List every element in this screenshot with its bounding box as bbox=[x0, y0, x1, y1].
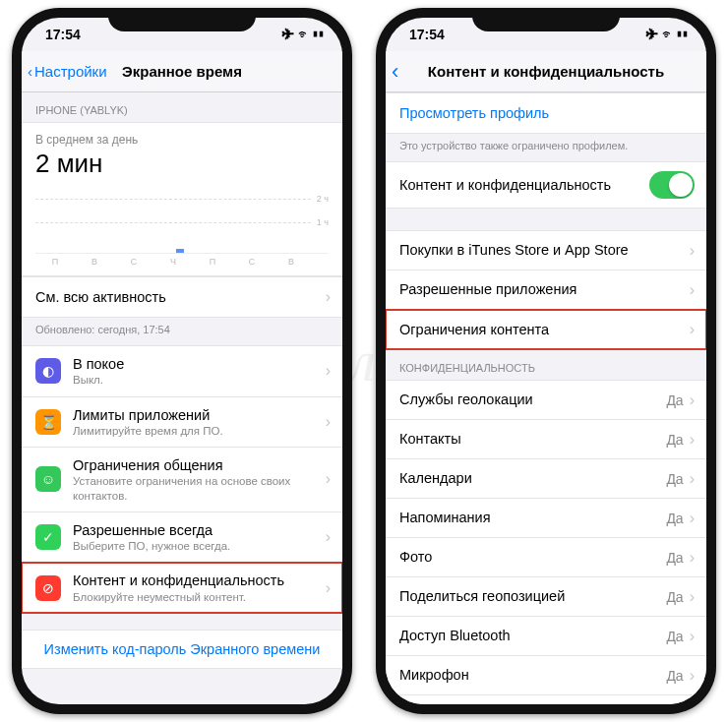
allowed-apps-row[interactable]: Разрешенные приложения › bbox=[386, 271, 706, 310]
chart-days: П В С Ч П С В bbox=[35, 257, 311, 267]
page-title: Экранное время bbox=[122, 63, 242, 80]
chevron-right-icon: › bbox=[690, 588, 695, 606]
device-header: IPHONE (YABLYK) bbox=[22, 92, 342, 122]
chevron-right-icon: › bbox=[326, 579, 331, 597]
chevron-left-icon: ‹ bbox=[28, 63, 32, 80]
hourglass-icon: ⏳ bbox=[35, 409, 61, 435]
chevron-right-icon: › bbox=[326, 362, 331, 380]
nav-bar: ‹ Контент и конфиденциальность bbox=[386, 51, 706, 92]
see-all-activity[interactable]: См. всю активность › bbox=[22, 277, 342, 317]
chevron-right-icon: › bbox=[326, 288, 331, 306]
itunes-purchases-row[interactable]: Покупки в iTunes Store и App Store › bbox=[386, 231, 706, 271]
back-button[interactable]: ‹ bbox=[392, 59, 398, 85]
chevron-right-icon: › bbox=[690, 281, 695, 299]
nav-bar: ‹ Настройки Экранное время bbox=[22, 51, 342, 92]
status-icons: ✈ ᯤ ▮▮ bbox=[646, 28, 689, 41]
people-icon: ☺ bbox=[35, 466, 61, 492]
privacy-speech-row[interactable]: Распознавание речи Да › bbox=[386, 695, 706, 704]
no-entry-icon: ⊘ bbox=[35, 575, 61, 601]
avg-value: 2 мин bbox=[35, 149, 329, 179]
chart-gridlabel: 1 ч bbox=[317, 217, 329, 227]
chart-gridlabel: 2 ч bbox=[317, 194, 329, 204]
always-allowed-row[interactable]: ✓ Разрешенные всегда Выберите ПО, нужное… bbox=[22, 512, 342, 564]
notch bbox=[108, 8, 256, 31]
chevron-right-icon: › bbox=[326, 413, 331, 431]
usage-chart: 2 ч 1 ч П В С Ч П С В bbox=[35, 185, 329, 254]
chevron-right-icon: › bbox=[690, 321, 695, 338]
page-title: Контент и конфиденциальность bbox=[428, 63, 664, 80]
profile-footer: Это устройство также ограничено профилем… bbox=[386, 134, 706, 161]
status-icons: ✈ ᯤ ▮▮ bbox=[282, 28, 325, 41]
updated-label: Обновлено: сегодня, 17:54 bbox=[22, 318, 342, 345]
privacy-share-location-row[interactable]: Поделиться геопозицией Да › bbox=[386, 577, 706, 617]
check-icon: ✓ bbox=[35, 524, 61, 550]
content-restrictions-row[interactable]: Ограничения контента › bbox=[386, 310, 706, 349]
downtime-row[interactable]: ◐ В покое Выкл. › bbox=[22, 346, 342, 397]
privacy-photos-row[interactable]: Фото Да › bbox=[386, 538, 706, 577]
chevron-right-icon: › bbox=[690, 391, 695, 409]
change-passcode-link[interactable]: Изменить код-пароль Экранного времени bbox=[22, 630, 342, 669]
app-limits-row[interactable]: ⏳ Лимиты приложений Лимитируйте время дл… bbox=[22, 397, 342, 449]
avg-label: В среднем за день bbox=[35, 133, 329, 147]
chevron-right-icon: › bbox=[690, 667, 695, 685]
privacy-calendars-row[interactable]: Календари Да › bbox=[386, 459, 706, 499]
privacy-header: КОНФИДЕНЦИАЛЬНОСТЬ bbox=[386, 350, 706, 380]
privacy-microphone-row[interactable]: Микрофон Да › bbox=[386, 656, 706, 695]
content-privacy-row[interactable]: ⊘ Контент и конфиденциальность Блокируйт… bbox=[22, 563, 342, 613]
chart-bar bbox=[176, 249, 184, 253]
chevron-right-icon: › bbox=[690, 549, 695, 567]
chevron-right-icon: › bbox=[690, 470, 695, 488]
privacy-reminders-row[interactable]: Напоминания Да › bbox=[386, 499, 706, 538]
chevron-left-icon: ‹ bbox=[392, 59, 398, 85]
chevron-right-icon: › bbox=[326, 470, 331, 488]
phone-right: 17:54 ✈ ᯤ ▮▮ ‹ Контент и конфиденциально… bbox=[376, 8, 716, 714]
communication-limits-row[interactable]: ☺ Ограничения общения Установите огранич… bbox=[22, 448, 342, 512]
privacy-contacts-row[interactable]: Контакты Да › bbox=[386, 420, 706, 459]
chevron-right-icon: › bbox=[690, 431, 695, 449]
chevron-right-icon: › bbox=[326, 528, 331, 546]
status-time: 17:54 bbox=[45, 27, 81, 42]
daily-average-block: В среднем за день 2 мин 2 ч 1 ч П В С Ч … bbox=[22, 122, 342, 276]
privacy-bluetooth-row[interactable]: Доступ Bluetooth Да › bbox=[386, 617, 706, 656]
notch bbox=[472, 8, 620, 31]
chevron-right-icon: › bbox=[690, 628, 695, 645]
chevron-right-icon: › bbox=[690, 510, 695, 527]
status-time: 17:54 bbox=[409, 27, 445, 42]
chevron-right-icon: › bbox=[690, 242, 695, 260]
phone-left: 17:54 ✈ ᯤ ▮▮ ‹ Настройки Экранное время … bbox=[12, 8, 352, 714]
content-privacy-toggle[interactable] bbox=[649, 171, 695, 199]
moon-icon: ◐ bbox=[35, 358, 61, 384]
privacy-location-row[interactable]: Службы геолокации Да › bbox=[386, 381, 706, 420]
back-label: Настройки bbox=[34, 63, 107, 80]
back-button[interactable]: ‹ Настройки bbox=[28, 63, 107, 80]
view-profile-row[interactable]: Просмотреть профиль bbox=[386, 93, 706, 133]
content-privacy-toggle-row: Контент и конфиденциальность bbox=[386, 162, 706, 208]
